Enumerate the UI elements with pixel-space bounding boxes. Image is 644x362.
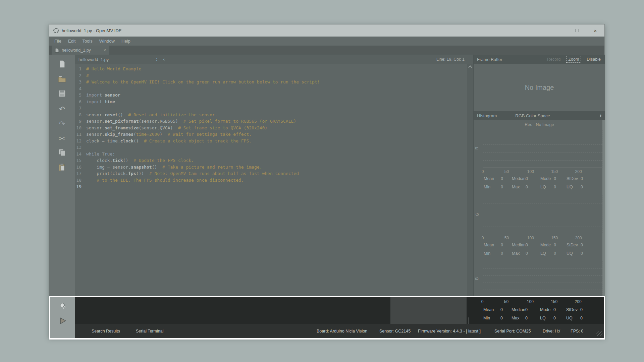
no-image-placeholder: No Image <box>525 84 554 92</box>
stat-value: 0 <box>500 316 503 320</box>
zoom-button[interactable]: Zoom <box>566 56 581 63</box>
axis-tick-label: 50 <box>504 299 508 304</box>
bottom-tab-search-results[interactable]: Search Results <box>92 324 120 338</box>
status-board: Board: Arduino Nicla Vision <box>317 324 367 338</box>
stat-value: 0 <box>501 176 503 181</box>
desktop: { "window": { "title": "helloworld_1.py … <box>0 0 644 362</box>
code-text: sensor.set_pixformat(sensor.RGB565) # Se… <box>84 118 296 125</box>
cut-button[interactable]: ✂ <box>56 133 68 144</box>
run-script-button[interactable] <box>57 315 68 326</box>
stat-label: Median <box>512 243 526 247</box>
document-close-icon[interactable]: × <box>162 57 165 62</box>
stat-label: Max <box>512 316 520 320</box>
stat-label: LQ <box>540 185 546 189</box>
menu-item-edit[interactable]: Edit <box>65 37 79 46</box>
axis-tick-label: 200 <box>575 169 582 174</box>
line-number: 18 <box>75 177 84 184</box>
editor-scrollbar[interactable] <box>467 64 473 297</box>
gridline <box>555 129 555 168</box>
axis-tick-label: 0 <box>482 169 484 174</box>
menu-item-help[interactable]: Help <box>118 37 134 46</box>
scrollbar-chevron-down[interactable] <box>469 318 469 324</box>
paste-button[interactable] <box>56 163 68 173</box>
close-button[interactable]: × <box>586 24 604 37</box>
gridline <box>555 261 555 297</box>
stat-value: 0 <box>526 176 528 181</box>
gridline <box>483 137 602 137</box>
openmv-ide-window: helloworld_1.py - OpenMV IDE – × FileEdi… <box>49 24 605 338</box>
disable-button[interactable]: Disable <box>585 56 602 62</box>
gridline <box>483 211 602 211</box>
gridline <box>483 227 602 227</box>
tab-label: helloworld_1.py <box>62 48 91 53</box>
serial-terminal-output[interactable] <box>75 297 390 324</box>
resize-grip[interactable] <box>596 331 602 336</box>
gridline <box>579 261 579 297</box>
connect-button[interactable] <box>57 301 68 311</box>
axis-tick-label: 50 <box>504 169 509 174</box>
gridline <box>531 195 531 234</box>
code-line: 15 clock.tick() # Update the FPS clock. <box>75 157 467 164</box>
line-number: 15 <box>75 157 84 164</box>
histogram-b-stats: 050100150200Mean0Median0Mode0StDev0Min0M… <box>473 297 604 324</box>
tab-close-icon[interactable]: × <box>103 48 106 53</box>
code-text: img = sensor.snapshot() # Take a picture… <box>84 164 262 171</box>
line-number: 17 <box>75 170 84 177</box>
document-selector[interactable]: helloworld_1.py ▲▼ × <box>75 57 165 62</box>
gridline <box>483 219 602 219</box>
axis-tick-label: 150 <box>551 236 558 240</box>
new-file-button[interactable] <box>56 59 68 70</box>
stat-label: UQ <box>567 185 573 189</box>
code-text <box>84 105 86 112</box>
chevron-up-icon[interactable] <box>468 65 472 69</box>
stat-value: 0 <box>581 251 583 256</box>
line-number: 9 <box>75 118 84 125</box>
histogram-grid-r <box>483 129 602 168</box>
undo-icon: ↶ <box>59 105 65 113</box>
menu-item-file[interactable]: File <box>51 37 65 46</box>
save-file-button[interactable] <box>56 89 68 100</box>
stat-label: Median <box>512 176 526 181</box>
gridline <box>507 195 507 234</box>
maximize-button[interactable] <box>568 24 586 37</box>
stat-value: 0 <box>581 243 583 247</box>
tab-helloworld[interactable]: helloworld_1.py × <box>52 46 109 55</box>
axis-tick-label: 100 <box>527 299 534 304</box>
open-file-button[interactable] <box>56 74 68 85</box>
gridline <box>483 203 602 203</box>
line-number: 11 <box>75 131 84 138</box>
menu-item-window[interactable]: Window <box>96 37 118 46</box>
code-line: 2# <box>75 72 467 79</box>
histogram-grid-g <box>483 195 602 234</box>
window-title: helloworld_1.py - OpenMV IDE <box>62 28 121 33</box>
menubar: FileEditToolsWindowHelp <box>49 37 604 46</box>
gridline <box>507 261 507 297</box>
bottom-tab-serial-terminal[interactable]: Serial Terminal <box>136 324 163 338</box>
cursor-position-status: Line: 19, Col: 1 <box>436 57 473 62</box>
minimize-button[interactable]: – <box>550 24 568 37</box>
updown-arrows-icon[interactable]: ▲▼ <box>156 58 158 61</box>
resolution-status: Res - No Image <box>474 120 605 129</box>
axis-tick-label: 0 <box>482 236 484 240</box>
stat-label: Min <box>484 251 490 256</box>
open-file-icon <box>58 74 66 84</box>
gridline <box>602 261 603 297</box>
code-text: # Hello World Example <box>84 66 141 72</box>
updown-arrows-icon[interactable]: ▲▼ <box>600 114 602 117</box>
stat-value: 0 <box>501 243 503 247</box>
line-number: 5 <box>75 92 84 99</box>
menu-item-tools[interactable]: Tools <box>79 37 96 46</box>
line-number: 6 <box>75 99 84 105</box>
copy-button[interactable] <box>56 148 68 159</box>
stat-value: 0 <box>580 307 583 312</box>
new-file-icon <box>58 60 66 70</box>
stat-value: 0 <box>554 251 556 256</box>
editor: helloworld_1.py ▲▼ × Line: 19, Col: 1 1#… <box>75 55 473 297</box>
gridline <box>483 268 602 268</box>
panel-scrollbar[interactable] <box>602 120 605 297</box>
gridline <box>483 290 602 290</box>
code-editor-area[interactable]: 1# Hello World Example2#3# Welcome to th… <box>75 64 467 297</box>
record-button[interactable]: Record <box>545 56 562 62</box>
undo-button[interactable]: ↶ <box>56 104 68 114</box>
redo-button[interactable]: ↷ <box>56 118 68 129</box>
